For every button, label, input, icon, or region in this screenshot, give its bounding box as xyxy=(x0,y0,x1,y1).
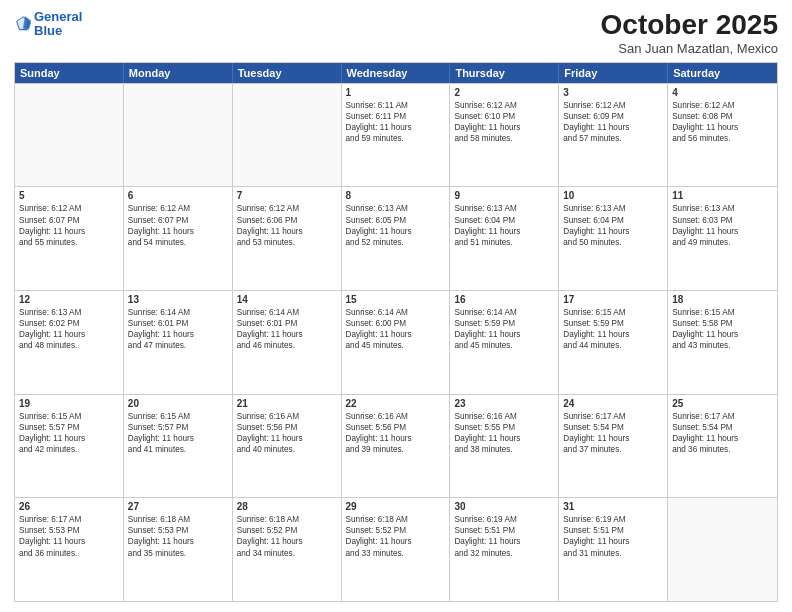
day-cell-11: 11Sunrise: 6:13 AMSunset: 6:03 PMDayligh… xyxy=(668,187,777,290)
day-info-line: Daylight: 11 hours xyxy=(454,433,554,444)
day-info-line: Sunset: 6:11 PM xyxy=(346,111,446,122)
cal-row-4: 26Sunrise: 6:17 AMSunset: 5:53 PMDayligh… xyxy=(15,497,777,601)
day-info-line: Sunrise: 6:17 AM xyxy=(672,411,773,422)
day-info-line: Daylight: 11 hours xyxy=(346,226,446,237)
day-info-line: Daylight: 11 hours xyxy=(128,329,228,340)
cal-row-3: 19Sunrise: 6:15 AMSunset: 5:57 PMDayligh… xyxy=(15,394,777,498)
day-info-line: Sunrise: 6:12 AM xyxy=(563,100,663,111)
day-number: 10 xyxy=(563,190,663,201)
page: General Blue October 2025 San Juan Mazat… xyxy=(0,0,792,612)
day-info-line: Daylight: 11 hours xyxy=(19,226,119,237)
day-info-line: Daylight: 11 hours xyxy=(672,329,773,340)
day-number: 24 xyxy=(563,398,663,409)
cal-row-1: 5Sunrise: 6:12 AMSunset: 6:07 PMDaylight… xyxy=(15,186,777,290)
day-header-thursday: Thursday xyxy=(450,63,559,83)
day-info-line: Sunset: 5:51 PM xyxy=(454,525,554,536)
logo-text: General Blue xyxy=(34,10,82,39)
day-info-line: and 44 minutes. xyxy=(563,340,663,351)
day-info-line: Daylight: 11 hours xyxy=(19,329,119,340)
day-info-line: Sunrise: 6:16 AM xyxy=(346,411,446,422)
empty-cell-4-6 xyxy=(668,498,777,601)
day-info-line: Daylight: 11 hours xyxy=(346,329,446,340)
day-info-line: Sunset: 6:10 PM xyxy=(454,111,554,122)
day-info-line: Sunset: 6:07 PM xyxy=(19,215,119,226)
day-cell-4: 4Sunrise: 6:12 AMSunset: 6:08 PMDaylight… xyxy=(668,84,777,187)
day-info-line: and 52 minutes. xyxy=(346,237,446,248)
day-info-line: Daylight: 11 hours xyxy=(454,226,554,237)
day-info-line: Sunrise: 6:17 AM xyxy=(563,411,663,422)
day-cell-19: 19Sunrise: 6:15 AMSunset: 5:57 PMDayligh… xyxy=(15,395,124,498)
day-info-line: Daylight: 11 hours xyxy=(237,226,337,237)
day-info-line: Sunset: 6:01 PM xyxy=(237,318,337,329)
day-info-line: and 38 minutes. xyxy=(454,444,554,455)
day-info-line: Daylight: 11 hours xyxy=(563,536,663,547)
day-info-line: Sunrise: 6:14 AM xyxy=(454,307,554,318)
day-info-line: Daylight: 11 hours xyxy=(454,122,554,133)
day-info-line: and 36 minutes. xyxy=(19,548,119,559)
day-cell-20: 20Sunrise: 6:15 AMSunset: 5:57 PMDayligh… xyxy=(124,395,233,498)
day-info-line: Sunset: 6:09 PM xyxy=(563,111,663,122)
day-info-line: Daylight: 11 hours xyxy=(672,122,773,133)
day-number: 29 xyxy=(346,501,446,512)
day-info-line: Daylight: 11 hours xyxy=(563,226,663,237)
day-info-line: and 42 minutes. xyxy=(19,444,119,455)
day-info-line: Sunrise: 6:18 AM xyxy=(128,514,228,525)
day-info-line: Sunrise: 6:17 AM xyxy=(19,514,119,525)
empty-cell-0-2 xyxy=(233,84,342,187)
calendar: SundayMondayTuesdayWednesdayThursdayFrid… xyxy=(14,62,778,602)
day-header-sunday: Sunday xyxy=(15,63,124,83)
day-number: 9 xyxy=(454,190,554,201)
day-info-line: and 57 minutes. xyxy=(563,133,663,144)
day-info-line: and 41 minutes. xyxy=(128,444,228,455)
day-info-line: Sunrise: 6:13 AM xyxy=(672,203,773,214)
day-number: 13 xyxy=(128,294,228,305)
day-number: 22 xyxy=(346,398,446,409)
day-info-line: and 58 minutes. xyxy=(454,133,554,144)
day-info-line: Sunrise: 6:18 AM xyxy=(237,514,337,525)
day-cell-27: 27Sunrise: 6:18 AMSunset: 5:53 PMDayligh… xyxy=(124,498,233,601)
day-cell-25: 25Sunrise: 6:17 AMSunset: 5:54 PMDayligh… xyxy=(668,395,777,498)
day-number: 5 xyxy=(19,190,119,201)
day-number: 14 xyxy=(237,294,337,305)
day-info-line: Sunset: 6:04 PM xyxy=(563,215,663,226)
day-cell-15: 15Sunrise: 6:14 AMSunset: 6:00 PMDayligh… xyxy=(342,291,451,394)
day-info-line: Sunset: 6:04 PM xyxy=(454,215,554,226)
day-cell-28: 28Sunrise: 6:18 AMSunset: 5:52 PMDayligh… xyxy=(233,498,342,601)
day-info-line: and 34 minutes. xyxy=(237,548,337,559)
logo: General Blue xyxy=(14,10,82,39)
day-cell-31: 31Sunrise: 6:19 AMSunset: 5:51 PMDayligh… xyxy=(559,498,668,601)
day-info-line: Sunset: 5:54 PM xyxy=(563,422,663,433)
day-info-line: Daylight: 11 hours xyxy=(672,226,773,237)
day-info-line: Daylight: 11 hours xyxy=(454,536,554,547)
day-cell-18: 18Sunrise: 6:15 AMSunset: 5:58 PMDayligh… xyxy=(668,291,777,394)
cal-row-2: 12Sunrise: 6:13 AMSunset: 6:02 PMDayligh… xyxy=(15,290,777,394)
cal-row-0: 1Sunrise: 6:11 AMSunset: 6:11 PMDaylight… xyxy=(15,83,777,187)
day-cell-26: 26Sunrise: 6:17 AMSunset: 5:53 PMDayligh… xyxy=(15,498,124,601)
day-number: 4 xyxy=(672,87,773,98)
day-cell-12: 12Sunrise: 6:13 AMSunset: 6:02 PMDayligh… xyxy=(15,291,124,394)
day-info-line: and 32 minutes. xyxy=(454,548,554,559)
day-info-line: Sunrise: 6:19 AM xyxy=(563,514,663,525)
day-number: 17 xyxy=(563,294,663,305)
day-info-line: Sunrise: 6:16 AM xyxy=(237,411,337,422)
day-cell-22: 22Sunrise: 6:16 AMSunset: 5:56 PMDayligh… xyxy=(342,395,451,498)
day-info-line: and 33 minutes. xyxy=(346,548,446,559)
day-info-line: Sunset: 5:51 PM xyxy=(563,525,663,536)
day-header-tuesday: Tuesday xyxy=(233,63,342,83)
day-cell-13: 13Sunrise: 6:14 AMSunset: 6:01 PMDayligh… xyxy=(124,291,233,394)
day-info-line: Sunset: 5:52 PM xyxy=(346,525,446,536)
day-number: 30 xyxy=(454,501,554,512)
day-info-line: and 43 minutes. xyxy=(672,340,773,351)
day-header-friday: Friday xyxy=(559,63,668,83)
day-cell-5: 5Sunrise: 6:12 AMSunset: 6:07 PMDaylight… xyxy=(15,187,124,290)
day-info-line: and 51 minutes. xyxy=(454,237,554,248)
empty-cell-0-1 xyxy=(124,84,233,187)
day-cell-17: 17Sunrise: 6:15 AMSunset: 5:59 PMDayligh… xyxy=(559,291,668,394)
day-info-line: and 50 minutes. xyxy=(563,237,663,248)
day-info-line: Daylight: 11 hours xyxy=(128,536,228,547)
day-cell-21: 21Sunrise: 6:16 AMSunset: 5:56 PMDayligh… xyxy=(233,395,342,498)
day-info-line: Sunrise: 6:12 AM xyxy=(128,203,228,214)
day-info-line: Sunset: 5:56 PM xyxy=(346,422,446,433)
day-info-line: Daylight: 11 hours xyxy=(563,122,663,133)
day-info-line: Sunrise: 6:12 AM xyxy=(237,203,337,214)
